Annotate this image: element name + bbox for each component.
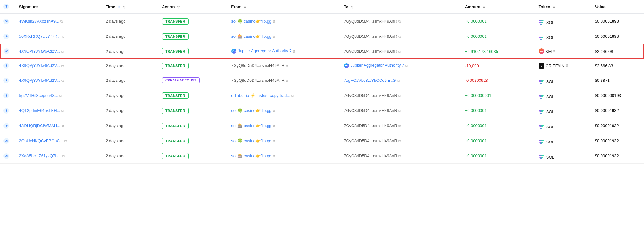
row-eye-icon[interactable]: 👁 [3,138,9,144]
signature-link[interactable]: 4X9QVjYJYfw6Ad2V... [19,49,60,53]
time-text: 2 days ago [106,108,126,113]
action-cell: TRANSFER [159,44,228,59]
signature-link[interactable]: 2QoUeNKQCvEBGnC... [19,138,63,143]
copy-icon[interactable]: ⧉ [61,50,65,54]
signature-link[interactable]: 5gZVTHif3copuu4S... [19,93,58,98]
value-cell: $2,566.83 [592,59,644,73]
copy-icon[interactable]: ⧉ [273,154,277,158]
row-eye-icon[interactable]: 👁 [3,78,9,83]
amount-cell: +0.0000001 [462,118,536,133]
copy-icon[interactable]: ⧉ [59,94,64,98]
action-filter-icon[interactable]: ▽ [177,5,180,9]
token-filter-icon[interactable]: ▽ [553,5,555,9]
signature-link[interactable]: 56XKcRRQ7UL777K... [19,34,61,39]
action-badge: TRANSFER [162,108,189,114]
copy-icon[interactable]: ⧉ [273,20,277,24]
table-row: 👁 4X9QVjYJYfw6Ad2V...⧉ 2 days ago TRANSF… [0,59,644,73]
time-filter-icon[interactable]: ▽ [123,5,125,9]
from-address: 7GyQ8dD5D4...rsmxH49AnR [231,78,285,83]
value-text: $0.3871 [595,78,610,83]
copy-icon[interactable]: ⧉ [62,154,66,158]
copy-icon[interactable]: ⧉ [398,124,402,128]
copy-icon[interactable]: ⧉ [398,50,402,54]
from-link[interactable]: sol 🍀 casino👉flip.gg [231,19,271,24]
signature-link[interactable]: 4QT2pdmE645xLKH... [19,108,60,113]
copy-icon[interactable]: ⧉ [553,49,557,53]
to-cell: 7GyQ8dD5D4...rsmxH49AnR⧉ [341,29,462,44]
copy-icon[interactable]: ⧉ [273,109,277,113]
copy-icon[interactable]: ⧉ [286,79,290,83]
amount-filter-icon[interactable]: ▽ [483,5,485,9]
copy-icon[interactable]: ⧉ [398,154,402,158]
row-eye-icon[interactable]: 👁 [3,93,9,98]
action-cell: TRANSFER [159,148,228,164]
copy-icon[interactable]: ⧉ [398,139,402,143]
copy-icon[interactable]: ⧉ [273,139,277,143]
copy-icon[interactable]: ⧉ [273,35,277,39]
amount-cell: -0.00203928 [462,73,536,88]
to-link-address[interactable]: 7xgHC2VbJ8...YbCCe9hraG [344,78,396,83]
copy-icon[interactable]: ⧉ [398,94,402,98]
copy-icon[interactable]: ⧉ [61,79,65,83]
copy-icon[interactable]: ⧉ [64,139,69,143]
from-link[interactable]: sol 🍀 casino👉flip.gg [231,138,271,143]
copy-icon[interactable]: ⧉ [60,20,64,24]
copy-icon[interactable]: ⧉ [286,64,290,68]
signature-link[interactable]: 4X9QVjYJYfw6Ad2V... [19,63,60,68]
to-link-jupiter[interactable]: Jupiter Aggregator Authority 7 [350,63,404,68]
table-row: 👁 5gZVTHif3copuu4S...⧉ 2 days ago TRANSF… [0,88,644,103]
from-filter-icon[interactable]: ▽ [244,5,246,9]
time-cell: 2 days ago [103,44,159,59]
from-link[interactable]: sol 🎰 casino👉flip.gg [231,123,271,128]
signature-cell: 2QoUeNKQCvEBGnC...⧉ [16,133,103,148]
copy-icon[interactable]: ⧉ [61,64,65,68]
row-eye-icon[interactable]: 👁 [3,63,9,69]
copy-icon[interactable]: ⧉ [273,124,277,128]
copy-icon[interactable]: ⧉ [566,64,570,68]
amount-cell: +0.0000001 [462,103,536,118]
amount-cell: -10,000 [462,59,536,73]
row-eye-icon[interactable]: 👁 [3,123,9,129]
action-cell: TRANSFER [159,29,228,44]
copy-icon[interactable]: ⧉ [62,35,66,39]
token-sol: SOL [539,155,554,160]
eye-header-icon[interactable]: 👁 [3,4,9,9]
copy-icon[interactable]: ⧉ [62,124,66,128]
copy-icon[interactable]: ⧉ [291,94,296,98]
amount-value: +0.0000001 [465,138,487,143]
row-eye-icon[interactable]: 👁 [4,48,9,54]
time-cell: 2 days ago [103,118,159,133]
value-cell: $0.00001898 [592,29,644,44]
signature-link[interactable]: 4ADHQRjDCfWMAH... [19,123,60,128]
copy-icon[interactable]: ⧉ [61,109,65,113]
copy-icon[interactable]: ⧉ [293,49,297,53]
sol-icon [539,20,544,25]
from-link-odinbot[interactable]: odinbot-io ⚡ fastest-copy-trad... [231,93,290,98]
eye-cell: 👁 [0,118,16,133]
row-eye-icon[interactable]: 👁 [3,19,9,24]
from-link[interactable]: sol 🎰 casino👉flip.gg [231,34,271,39]
to-address: 7GyQ8dD5D4...rsmxH49AnR [344,34,397,39]
action-cell: TRANSFER [159,14,228,29]
from-link[interactable]: sol 🍀 casino👉flip.gg [231,108,271,113]
th-amount: Amount ▽ [462,0,536,14]
row-eye-icon[interactable]: 👁 [3,108,9,114]
row-eye-icon[interactable]: 👁 [3,153,9,159]
amount-value: +0.0000001 [465,154,487,158]
copy-icon[interactable]: ⧉ [398,109,402,113]
row-eye-icon[interactable]: 👁 [3,34,9,39]
copy-icon[interactable]: ⧉ [405,64,409,68]
from-link[interactable]: sol 🎰 casino👉flip.gg [231,154,271,158]
clock-icon[interactable]: ⏱ [117,5,121,9]
to-filter-icon[interactable]: ▽ [351,5,353,9]
from-address: 7GyQ8dD5D4...rsmxH49AnR [231,63,285,68]
amount-cell: +9,910,178.16035 [462,44,536,59]
signature-link[interactable]: 2XoA5bcHZ61yzQ7b... [19,154,61,158]
signature-link[interactable]: 4X9QVjYJYfw6Ad2V... [19,78,60,83]
copy-icon[interactable]: ⧉ [398,20,402,24]
copy-icon[interactable]: ⧉ [398,35,402,39]
from-cell: sol 🍀 casino👉flip.gg⧉ [228,103,341,118]
signature-link[interactable]: 4WKsh2vVXozshA9... [19,19,59,24]
from-link-jupiter[interactable]: Jupiter Aggregator Authority 7 [238,48,291,53]
copy-icon[interactable]: ⧉ [397,79,401,83]
